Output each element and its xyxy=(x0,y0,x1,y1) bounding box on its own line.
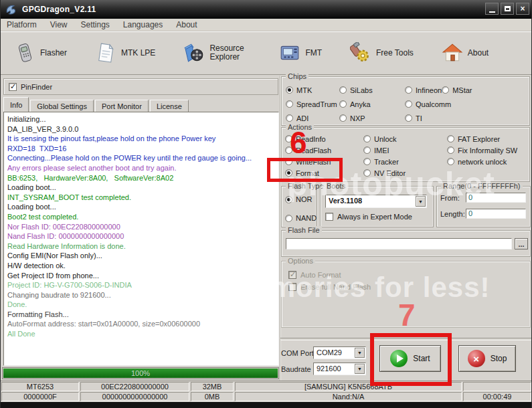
log-line: Read Hardware Information is done. xyxy=(7,241,275,251)
toolbar-label: Flasher xyxy=(40,49,67,58)
chip-radio[interactable]: TI xyxy=(405,114,422,122)
statusbar-row: 0000000F 0000000000000000 0MB Nand:N/A 0… xyxy=(1,392,532,401)
action-radio[interactable]: Format xyxy=(285,167,331,179)
log-output[interactable]: Initializing...DA_LIB_VER_3.9.0.0It is s… xyxy=(3,112,279,366)
radio-icon xyxy=(405,100,412,108)
action-radio[interactable]: Tracker xyxy=(363,156,406,167)
chevron-down-icon[interactable]: ▼ xyxy=(355,348,365,358)
radio-icon xyxy=(285,169,292,177)
menu-item[interactable]: Settings xyxy=(80,20,109,29)
toolbar-about-button[interactable]: About xyxy=(442,42,489,64)
status-nor-flash-id: 00EC220800000000 xyxy=(80,382,189,391)
log-line: Done. xyxy=(7,300,275,310)
baudrate-select[interactable]: 921600 ▼ xyxy=(313,363,366,375)
toolbar-mtk-lpe-button[interactable]: MTK LPE xyxy=(95,42,155,64)
length-input[interactable]: 0 xyxy=(466,209,526,219)
log-line: Changing baudrate to 921600... xyxy=(7,290,275,300)
chevron-down-icon[interactable]: ▼ xyxy=(355,364,365,374)
log-line: Any errors please select another boot an… xyxy=(7,163,275,173)
chip-radio[interactable]: Qualcomm xyxy=(405,100,451,108)
chip-radio[interactable]: ADI xyxy=(286,114,339,122)
pinfinder-label: PinFinder xyxy=(21,83,52,91)
maximize-button[interactable] xyxy=(501,3,514,15)
action-radio[interactable]: IMEI xyxy=(363,144,406,156)
menu-bar: PlatformViewSettingsLanguagesAbout xyxy=(1,19,532,31)
status-cpu: MT6253 xyxy=(1,382,79,391)
tab-port-monitor[interactable]: Port Monitor xyxy=(95,100,149,112)
browse-button[interactable]: ... xyxy=(515,238,528,249)
actions-column: ReadInfoReadFlashWriteFlashFormat xyxy=(285,133,331,179)
menu-item[interactable]: View xyxy=(50,20,68,29)
radio-label: TI xyxy=(416,114,422,122)
device-icon xyxy=(279,42,300,64)
log-line: BB:6253, HardwareVer:8A00, SoftwareVer:8… xyxy=(7,173,275,183)
action-radio[interactable]: ReadInfo xyxy=(285,133,331,144)
stop-button[interactable]: × Stop xyxy=(458,345,516,372)
tab-license[interactable]: License xyxy=(150,100,189,112)
toolbar-free-tools-button[interactable]: Free Tools xyxy=(350,42,414,64)
start-button[interactable]: Start xyxy=(379,345,441,372)
action-radio[interactable]: ReadFlash xyxy=(285,144,331,156)
chip-radio[interactable]: SiLabs xyxy=(339,86,405,94)
tab-info[interactable]: Info xyxy=(3,97,29,112)
radio-label: SiLabs xyxy=(350,86,373,94)
pinfinder-checkbox[interactable]: PinFinder xyxy=(9,83,52,91)
tools-gear-icon xyxy=(350,42,371,64)
flash-type-radio[interactable]: NAND xyxy=(285,212,316,224)
action-radio[interactable]: Fix Informality SW xyxy=(447,144,517,156)
statusbar-row: MT6253 00EC220800000000 32MB [SAMSUNG] K… xyxy=(1,382,532,391)
baudrate-value: 921600 xyxy=(317,365,353,373)
expert-mode-label: Always in Expert Mode xyxy=(337,213,412,221)
menu-item[interactable]: About xyxy=(176,20,197,29)
expert-mode-checkbox[interactable]: Always in Expert Mode xyxy=(325,213,412,221)
action-radio[interactable]: network unlock xyxy=(447,156,517,167)
action-radio[interactable]: NV Editor xyxy=(363,167,406,179)
flash-file-input[interactable] xyxy=(286,238,512,249)
radio-icon xyxy=(405,86,412,94)
radio-icon xyxy=(285,135,292,142)
chips-title: Chips xyxy=(286,72,308,80)
action-radio[interactable]: Unlock xyxy=(363,133,406,144)
flash-type-radio[interactable]: NOR xyxy=(285,193,316,205)
log-line: DA_LIB_VER_3.9.0.0 xyxy=(7,124,275,134)
chip-radio[interactable]: NXP xyxy=(339,114,405,122)
toolbar-flasher-button[interactable]: Flasher xyxy=(14,42,67,64)
tab-global-settings[interactable]: Global Settings xyxy=(30,100,94,112)
range-groupbox: Range(0 - FFFFFFFFh) From: 0 Length: 0 xyxy=(436,186,531,227)
menu-item[interactable]: Languages xyxy=(123,20,163,29)
log-line: It is sensing the pinout fast,please hol… xyxy=(7,134,275,144)
action-radio[interactable]: FAT Explorer xyxy=(447,133,517,144)
chip-radio[interactable]: MTK xyxy=(286,86,339,94)
stop-label: Stop xyxy=(491,354,507,363)
menu-item[interactable]: Platform xyxy=(7,20,37,29)
chip-radio[interactable]: Infineon xyxy=(405,86,442,94)
minimize-button[interactable] xyxy=(485,3,499,15)
chip-radio[interactable]: SpreadTrum xyxy=(286,100,339,108)
checkbox-icon xyxy=(9,83,17,91)
close-button[interactable]: × xyxy=(516,3,529,15)
com-port-select[interactable]: COM29 ▼ xyxy=(313,346,366,359)
action-radio[interactable]: WriteFlash xyxy=(285,156,331,167)
boot-version-select[interactable]: Ver3.1108 ▼ xyxy=(325,195,427,208)
chevron-down-icon[interactable]: ▼ xyxy=(416,196,426,207)
chips-row: MTKSiLabsInfineonMStar xyxy=(282,83,529,97)
radio-icon xyxy=(447,146,454,154)
bottom-separator xyxy=(280,338,532,340)
radio-label: Infineon xyxy=(416,86,442,94)
progress-fill: 100% xyxy=(3,369,278,378)
radio-label: Fix Informality SW xyxy=(458,146,517,155)
log-line: Loading boot... xyxy=(7,202,275,212)
chip-radio[interactable]: MStar xyxy=(442,86,472,94)
toolbar-resource-explorer-button[interactable]: Resource Explorer xyxy=(183,42,251,64)
from-input[interactable]: 0 xyxy=(466,193,526,203)
toolbar-fmt-button[interactable]: FMT xyxy=(279,42,322,64)
radio-label: NXP xyxy=(350,114,365,122)
checkbox-label: Erase full Nand Flash xyxy=(300,283,371,291)
flash-type-groupbox: Flash Type NORNAND xyxy=(281,186,317,227)
radio-icon xyxy=(286,86,293,94)
radio-label: Anyka xyxy=(350,100,371,108)
chip-radio[interactable]: Anyka xyxy=(339,100,405,108)
log-line: INT_SYSRAM_BOOT test completed. xyxy=(7,193,275,203)
radio-icon xyxy=(442,86,449,94)
radio-label: Qualcomm xyxy=(416,100,451,108)
